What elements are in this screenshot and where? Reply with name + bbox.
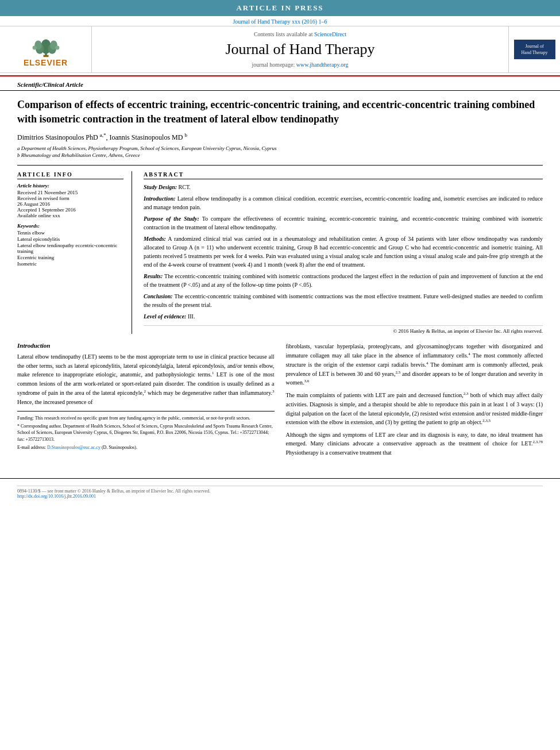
intro-section-title: Introduction <box>17 342 275 349</box>
body-para-right-2: The main complaints of patients with LET… <box>286 391 543 427</box>
study-design-value: RCT. <box>179 184 191 190</box>
copyright-line: © 2016 Hanley & Belfus, an imprint of El… <box>144 325 543 334</box>
elsevier-logo-area: ELSEVIER <box>0 26 92 72</box>
footer-bottom: 0894-1130/$ — see front matter © 2016 Ha… <box>17 486 543 499</box>
article-info-abstract: ARTICLE INFO Article history: Received 2… <box>17 165 543 334</box>
svg-point-7 <box>32 45 36 49</box>
main-content: Comparison of effects of eccentric train… <box>0 94 560 472</box>
keyword-3: Lateral elbow tendinopathy eccentric-con… <box>17 243 123 254</box>
elsevier-tree-icon <box>23 32 69 58</box>
footer-doi[interactable]: http://dx.doi.org/10.1016/j.jht.2016.09.… <box>17 494 543 499</box>
journal-logo-line2: Hand Therapy <box>517 49 552 56</box>
journal-main-title: Journal of Hand Therapy <box>225 41 374 58</box>
sciencedirect-link[interactable]: ScienceDirect <box>314 31 346 37</box>
authors-line: Dimitrios Stasinopoulos PhD a,*, Ioannis… <box>17 132 543 142</box>
body-para-1: Lateral elbow tendinopathy (LET) seems t… <box>17 352 275 406</box>
affiliation-a: a Department of Health Sciences, Physiot… <box>17 145 543 151</box>
intro-text: Lateral elbow tendinopathy is a common c… <box>144 195 543 210</box>
body-para-right-1: fibroblasts, vascular hyperplasia, prote… <box>286 342 543 387</box>
elsevier-logo-text: ELSEVIER <box>24 58 68 67</box>
journal-meta-line: Journal of Hand Therapy xxx (2016) 1–6 <box>0 16 560 26</box>
received-date: Received 21 November 2015 <box>17 190 123 195</box>
journal-homepage-line: journal homepage: www.jhandtherapy.org <box>252 61 349 68</box>
purpose-text: To compare the effectiveness of eccentri… <box>144 216 543 230</box>
abstract-heading: ABSTRACT <box>144 171 543 179</box>
email-label: E-mail address: <box>17 445 46 450</box>
footer-area: 0894-1130/$ — see front matter © 2016 Ha… <box>0 478 560 502</box>
keyword-5: Isometric <box>17 261 123 267</box>
affiliation-b: b Rheumatology and Rehabilitation Centre… <box>17 152 543 158</box>
keyword-4: Eccentric training <box>17 255 123 260</box>
journal-inner: ELSEVIER Contents lists available at Sci… <box>0 26 560 73</box>
homepage-label: journal homepage: <box>252 61 296 68</box>
abstract-level: Level of evidence: III. <box>144 312 543 321</box>
keyword-1: Tennis elbow <box>17 230 123 236</box>
footer-issn: 0894-1130/$ — see front matter © 2016 Ha… <box>17 489 543 494</box>
sciencedirect-line: Contents lists available at ScienceDirec… <box>254 31 346 37</box>
body-para-right-3: Although the signs and symptoms of LET a… <box>286 430 543 457</box>
keyword-2: Lateral epicondylitis <box>17 236 123 242</box>
keywords-label: Keywords: <box>17 223 123 229</box>
journal-logo-box: Journal of Hand Therapy <box>508 26 560 72</box>
abstract-methods: Methods: A randomized clinical trial was… <box>144 234 543 269</box>
available-online: Available online xxx <box>17 213 123 218</box>
footnotes-area: Funding: This research received no speci… <box>17 411 275 451</box>
journal-title-area: Contents lists available at ScienceDirec… <box>92 26 508 72</box>
revised-date: 26 August 2016 <box>17 201 123 207</box>
sciencedirect-prefix: Contents lists available at <box>254 31 314 37</box>
article-history-label: Article history: <box>17 183 123 189</box>
journal-logo-line1: Journal of <box>517 43 552 49</box>
keywords-section: Keywords: Tennis elbow Lateral epicondyl… <box>17 223 123 267</box>
abstract-results: Results: The eccentric-concentric traini… <box>144 272 543 289</box>
svg-point-8 <box>55 45 59 49</box>
corresponding-footnote: * Corresponding author. Department of He… <box>17 423 275 443</box>
results-text: The eccentric-concentric training combin… <box>144 273 543 288</box>
accepted-date: Accepted 1 September 2016 <box>17 207 123 213</box>
abstract-conclusion: Conclusion: The eccentric-concentric tra… <box>144 292 543 309</box>
body-content: Introduction Lateral elbow tendinopathy … <box>17 342 543 472</box>
article-main-title: Comparison of effects of eccentric train… <box>17 94 543 126</box>
level-label: Level of evidence: <box>144 313 186 320</box>
results-label: Results: <box>144 273 163 279</box>
journal-header: Journal of Hand Therapy xxx (2016) 1–6 <box>0 16 560 76</box>
homepage-url[interactable]: www.jhandtherapy.org <box>296 61 349 68</box>
methods-label: Methods: <box>144 236 166 242</box>
email-footnote: E-mail address: D.Stassinopoulos@euc.ac.… <box>17 444 275 451</box>
conclusion-text: The eccentric-concentric training combin… <box>144 293 543 308</box>
revised-label: Received in revised form <box>17 195 123 201</box>
abstract-col: ABSTRACT Study Design: RCT. Introduction… <box>144 171 543 334</box>
body-left-col: Introduction Lateral elbow tendinopathy … <box>17 342 275 460</box>
body-right-col: fibroblasts, vascular hyperplasia, prote… <box>286 342 543 460</box>
article-info-col: ARTICLE INFO Article history: Received 2… <box>17 171 132 334</box>
article-type: Scientific/Clinical Article <box>0 76 560 91</box>
funding-footnote: Funding: This research received no speci… <box>17 415 275 421</box>
email-suffix: (D. Stasinopoulos). <box>102 445 137 450</box>
abstract-study-design: Study Design: RCT. <box>144 183 543 191</box>
svg-rect-6 <box>43 55 48 57</box>
conclusion-label: Conclusion: <box>144 293 173 299</box>
level-value: III. <box>188 313 195 320</box>
purpose-label: Purpose of the Study: <box>144 216 199 222</box>
study-design-label: Study Design: <box>144 184 177 190</box>
article-info-heading: ARTICLE INFO <box>17 171 123 179</box>
abstract-intro: Introduction: Lateral elbow tendinopathy… <box>144 194 543 211</box>
article-in-press-banner: ARTICLE IN PRESS <box>0 0 560 16</box>
journal-logo-inner: Journal of Hand Therapy <box>514 40 555 59</box>
intro-label: Introduction: <box>144 195 176 202</box>
methods-text: A randomized clinical trial was carried … <box>144 236 543 268</box>
email-link[interactable]: D.Stassinopoulos@euc.ac.cy <box>47 445 101 450</box>
abstract-purpose: Purpose of the Study: To compare the eff… <box>144 214 543 232</box>
